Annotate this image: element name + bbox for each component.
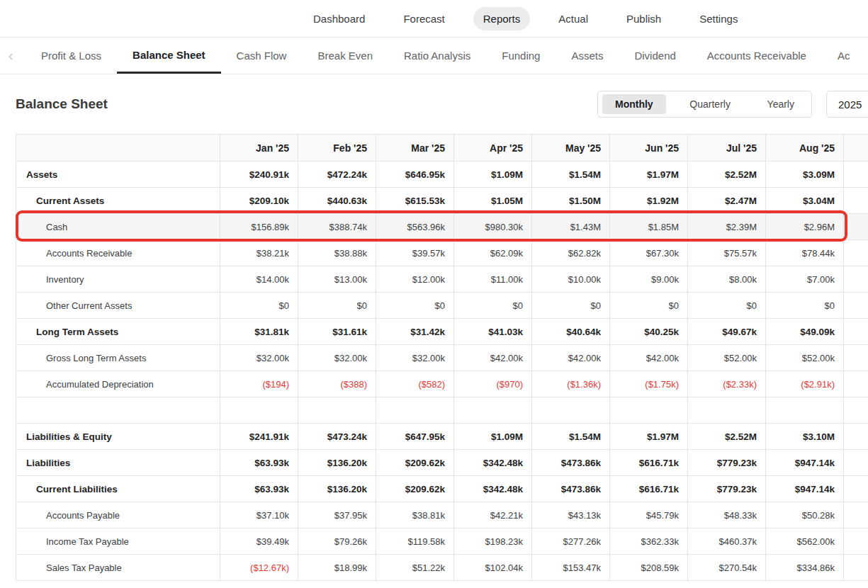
row-label-accounts-receivable[interactable]: Accounts Receivable	[16, 240, 220, 266]
cell-value: $136.20k	[298, 450, 376, 476]
cell-value: $156.89k	[220, 214, 298, 240]
corner-header-cell	[16, 135, 220, 162]
cell-overflow	[844, 319, 868, 345]
tab-assets[interactable]: Assets	[556, 38, 619, 74]
cell-overflow	[844, 450, 868, 476]
cell-value: $615.53k	[376, 188, 454, 214]
cell-overflow	[844, 397, 868, 424]
row-label-sales-tax-payable[interactable]: Sales Tax Payable	[16, 555, 220, 581]
cell-value: $460.37k	[688, 528, 766, 555]
cell-overflow	[844, 476, 868, 502]
cell-value: $616.71k	[610, 450, 688, 476]
top-nav-item-settings[interactable]: Settings	[689, 7, 748, 30]
cell-value: $38.81k	[376, 502, 454, 528]
row-label-liabilities-equity[interactable]: Liabilities & Equity	[16, 424, 220, 450]
row-label-current-assets[interactable]: Current Assets	[16, 188, 220, 214]
cell-value: ($1.75k)	[610, 371, 688, 397]
tab-break-even[interactable]: Break Even	[302, 38, 388, 74]
top-nav-item-reports[interactable]: Reports	[473, 7, 531, 30]
row-label-liabilities[interactable]: Liabilities	[16, 450, 220, 476]
row-label-income-tax-payable[interactable]: Income Tax Payable	[16, 528, 220, 555]
cell-value: ($194)	[220, 371, 298, 397]
cell-value	[688, 397, 766, 424]
cell-value: $362.33k	[610, 528, 688, 555]
cell-value: $153.47k	[532, 555, 610, 581]
row-label-long-term-assets[interactable]: Long Term Assets	[16, 319, 220, 345]
row-label-inventory[interactable]: Inventory	[16, 266, 220, 293]
cell-value: ($2.91k)	[766, 371, 844, 397]
table-row-cash: Cash$156.89k$388.74k$563.96k$980.30k$1.4…	[16, 214, 868, 240]
cell-overflow	[844, 240, 868, 266]
top-nav-item-forecast[interactable]: Forecast	[393, 7, 454, 30]
cell-value: $473.24k	[298, 424, 376, 450]
cell-value: $1.97M	[610, 424, 688, 450]
top-nav-item-actual[interactable]: Actual	[548, 7, 598, 30]
cell-value: $209.62k	[376, 476, 454, 502]
row-label-other-current-assets[interactable]: Other Current Assets	[16, 293, 220, 319]
row-label-assets[interactable]: Assets	[16, 162, 220, 188]
cell-value: $2.96M	[766, 214, 844, 240]
tab-dividend[interactable]: Dividend	[619, 38, 691, 74]
row-label-cash[interactable]: Cash	[16, 214, 220, 240]
tab-accounts-receivable[interactable]: Accounts Receivable	[692, 38, 822, 74]
cell-value: $42.21k	[454, 502, 532, 528]
cell-value: $32.00k	[220, 345, 298, 371]
header-controls: MonthlyQuarterlyYearly 2025	[597, 91, 868, 118]
row-label-gross-long-term-assets[interactable]: Gross Long Term Assets	[16, 345, 220, 371]
cell-value: $0	[220, 293, 298, 319]
cell-value: $0	[688, 293, 766, 319]
top-nav-item-dashboard[interactable]: Dashboard	[303, 7, 375, 30]
cell-overflow	[844, 371, 868, 397]
cell-value: ($582)	[376, 371, 454, 397]
cell-value: $37.10k	[220, 502, 298, 528]
cell-value: $334.86k	[766, 555, 844, 581]
column-header-jul-25: Jul '25	[688, 135, 766, 162]
year-value: 2025	[838, 98, 862, 111]
cell-value: $45.79k	[610, 502, 688, 528]
report-tab-bar: ‹ Profit & LossBalance SheetCash FlowBre…	[0, 38, 868, 74]
tab-ac[interactable]: Ac	[822, 38, 866, 74]
cell-value: $63.93k	[220, 450, 298, 476]
table-row-income-tax-payable: Income Tax Payable$39.49k$79.26k$119.58k…	[16, 528, 868, 555]
cell-value: $48.33k	[688, 502, 766, 528]
cell-value: $3.10M	[766, 424, 844, 450]
tab-profit-loss[interactable]: Profit & Loss	[26, 38, 117, 74]
tab-cash-flow[interactable]: Cash Flow	[221, 38, 303, 74]
year-select[interactable]: 2025	[826, 91, 868, 118]
cell-value: ($2.33k)	[688, 371, 766, 397]
cell-value: $209.62k	[376, 450, 454, 476]
page-title: Balance Sheet	[16, 96, 108, 112]
cell-value: $0	[532, 293, 610, 319]
tabs-scroll-left-icon[interactable]: ‹	[1, 38, 20, 74]
tab-ratio-analysis[interactable]: Ratio Analysis	[388, 38, 486, 74]
tab-funding[interactable]: Funding	[486, 38, 556, 74]
period-option-monthly[interactable]: Monthly	[602, 94, 666, 114]
cell-value	[376, 397, 454, 424]
column-header-may-25: May '25	[532, 135, 610, 162]
cell-value	[610, 397, 688, 424]
cell-value: $102.04k	[454, 555, 532, 581]
row-label-accounts-payable[interactable]: Accounts Payable	[16, 502, 220, 528]
cell-value: $7.00k	[766, 266, 844, 293]
cell-overflow	[844, 266, 868, 293]
cell-value: $779.23k	[688, 450, 766, 476]
cell-value: $1.54M	[532, 424, 610, 450]
cell-overflow	[844, 162, 868, 188]
row-label-accumulated-depreciation[interactable]: Accumulated Depreciation	[16, 371, 220, 397]
table-row-blank	[16, 397, 868, 424]
row-label-blank	[16, 397, 220, 424]
cell-value: $646.95k	[376, 162, 454, 188]
cell-value: $62.09k	[454, 240, 532, 266]
cell-value	[220, 397, 298, 424]
cell-value: $41.03k	[454, 319, 532, 345]
cell-value: $31.42k	[376, 319, 454, 345]
period-option-quarterly[interactable]: Quarterly	[677, 94, 743, 114]
table-row-accounts-receivable: Accounts Receivable$38.21k$38.88k$39.57k…	[16, 240, 868, 266]
cell-value: $51.22k	[376, 555, 454, 581]
table-row-assets: Assets$240.91k$472.24k$646.95k$1.09M$1.5…	[16, 162, 868, 188]
cell-value: $440.63k	[298, 188, 376, 214]
row-label-current-liabilities[interactable]: Current Liabilities	[16, 476, 220, 502]
period-option-yearly[interactable]: Yearly	[755, 94, 807, 114]
top-nav-item-publish[interactable]: Publish	[616, 7, 671, 30]
tab-balance-sheet[interactable]: Balance Sheet	[117, 38, 221, 74]
